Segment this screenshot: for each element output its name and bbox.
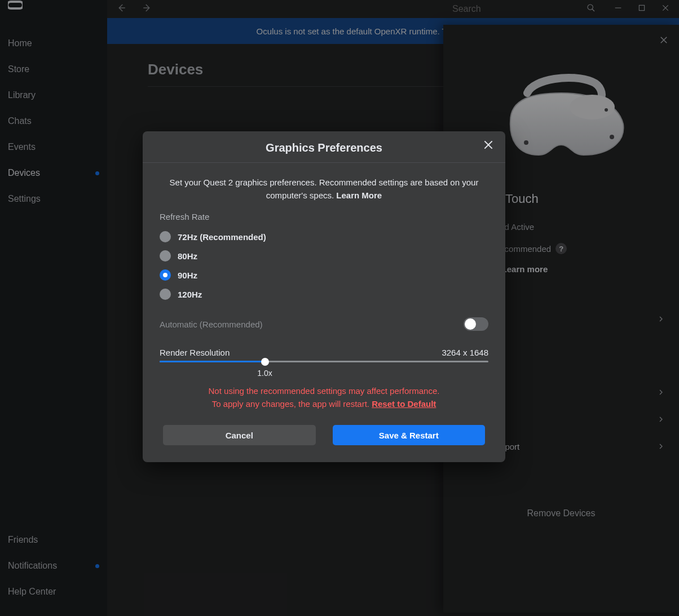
svg-point-0 [588, 5, 593, 10]
sidebar-item-label: Store [8, 64, 29, 74]
sidebar-item-label: Help Center [8, 587, 56, 597]
close-icon[interactable] [483, 139, 494, 153]
sidebar-nav: Home Store Library Chats Events Devices … [0, 30, 107, 212]
sidebar-item-label: Chats [8, 116, 32, 126]
sidebar-item-label: Notifications [8, 561, 57, 571]
svg-rect-1 [639, 5, 644, 10]
toggle-knob [465, 318, 476, 330]
close-icon[interactable] [661, 3, 670, 15]
render-label: Render Resolution [160, 348, 230, 357]
render-resolution-row: Render Resolution 3264 x 1648 [160, 348, 488, 357]
svg-point-2 [570, 95, 615, 119]
radio-icon [160, 289, 171, 300]
reset-to-default-link[interactable]: Reset to Default [372, 399, 436, 409]
warning-line-2: To apply any changes, the app will resta… [160, 398, 488, 411]
graphics-preferences-modal: Graphics Preferences Set your Quest 2 gr… [143, 131, 505, 462]
chevron-right-icon [658, 442, 664, 451]
forward-icon[interactable] [142, 3, 152, 15]
sidebar-item-help-center[interactable]: Help Center [0, 579, 107, 605]
learn-more-link[interactable]: Learn more [502, 264, 548, 274]
radio-label: 90Hz [178, 271, 197, 280]
slider-fill [160, 361, 265, 362]
radio-icon [160, 250, 171, 262]
nav-arrows [113, 3, 152, 15]
automatic-toggle[interactable] [464, 317, 488, 331]
modal-description: Set your Quest 2 graphics preferences. R… [160, 176, 488, 202]
learn-more-link[interactable]: Learn More [336, 190, 382, 200]
sidebar-item-label: Friends [8, 535, 38, 545]
save-restart-button[interactable]: Save & Restart [333, 425, 486, 445]
sidebar-item-label: Devices [8, 168, 40, 178]
radio-label: 120Hz [178, 290, 202, 299]
sidebar-item-friends[interactable]: Friends [0, 527, 107, 553]
chevron-right-icon [658, 314, 664, 324]
search-area [452, 3, 673, 15]
sidebar-item-label: Library [8, 90, 36, 100]
svg-point-5 [605, 108, 608, 112]
back-icon[interactable] [116, 3, 126, 15]
sidebar-item-store[interactable]: Store [0, 56, 107, 82]
minimize-icon[interactable] [614, 3, 623, 15]
sidebar-item-events[interactable]: Events [0, 134, 107, 160]
sidebar-item-label: Events [8, 142, 36, 152]
modal-footer: Cancel Save & Restart [143, 422, 505, 462]
render-value: 3264 x 1648 [442, 348, 488, 357]
sidebar: Home Store Library Chats Events Devices … [0, 0, 107, 616]
refresh-option-72hz[interactable]: 72Hz (Recommended) [160, 227, 488, 246]
chevron-right-icon [658, 388, 664, 397]
refresh-option-120hz[interactable]: 120Hz [160, 285, 488, 304]
refresh-rate-label: Refresh Rate [160, 212, 488, 221]
warning-line-1: Not using the recommended settings may a… [160, 385, 488, 398]
radio-icon [160, 269, 171, 281]
window-controls [614, 3, 670, 15]
svg-point-3 [524, 140, 528, 145]
radio-label: 80Hz [178, 251, 197, 261]
svg-point-4 [610, 135, 614, 139]
slider-track [160, 361, 488, 362]
badge-dot [95, 171, 99, 175]
refresh-option-90hz[interactable]: 90Hz [160, 265, 488, 285]
sidebar-item-devices[interactable]: Devices [0, 160, 107, 186]
sidebar-item-settings[interactable]: Settings [0, 186, 107, 212]
warning-text: Not using the recommended settings may a… [160, 385, 488, 410]
topbar [107, 0, 679, 18]
resolution-slider[interactable]: 1.0x [160, 361, 488, 362]
sidebar-item-chats[interactable]: Chats [0, 108, 107, 134]
sidebar-item-label: Settings [8, 194, 41, 204]
sidebar-item-home[interactable]: Home [0, 30, 107, 56]
sidebar-item-label: Home [8, 38, 32, 48]
warning-line-2-text: To apply any changes, the app will resta… [212, 399, 372, 409]
oculus-logo [0, 0, 107, 17]
modal-body: Set your Quest 2 graphics preferences. R… [143, 163, 505, 422]
sidebar-item-library[interactable]: Library [0, 82, 107, 108]
slider-tick-label: 1.0x [257, 369, 272, 378]
refresh-option-80hz[interactable]: 80Hz [160, 246, 488, 265]
remove-devices-link[interactable]: Remove Devices [458, 508, 664, 518]
search-input[interactable] [452, 4, 576, 14]
slider-thumb[interactable] [261, 358, 269, 366]
automatic-row: Automatic (Recommended) [160, 317, 488, 331]
cancel-button[interactable]: Cancel [163, 425, 316, 445]
close-icon[interactable] [659, 35, 669, 47]
help-icon[interactable]: ? [555, 243, 567, 254]
badge-dot [95, 564, 99, 568]
desc-text: Set your Quest 2 graphics preferences. R… [170, 178, 479, 200]
sidebar-item-notifications[interactable]: Notifications [0, 553, 107, 579]
automatic-label: Automatic (Recommended) [160, 320, 263, 329]
radio-label: 72Hz (Recommended) [178, 232, 266, 242]
radio-icon [160, 231, 171, 242]
sidebar-nav-bottom: Friends Notifications Help Center [0, 527, 107, 605]
modal-header: Graphics Preferences [143, 131, 505, 163]
search-icon[interactable] [587, 3, 596, 15]
modal-title: Graphics Preferences [154, 141, 494, 154]
maximize-icon[interactable] [637, 3, 646, 15]
chevron-right-icon [658, 415, 664, 424]
